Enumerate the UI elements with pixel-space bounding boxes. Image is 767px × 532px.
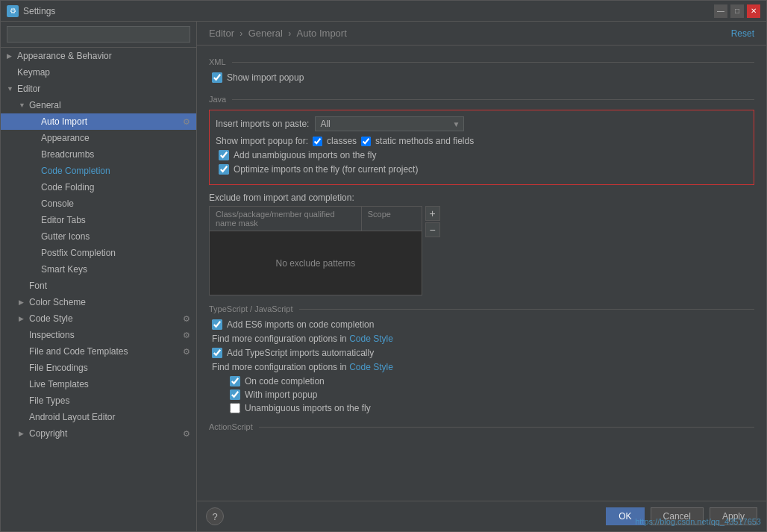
sidebar-item-live-templates[interactable]: Live Templates	[1, 376, 196, 392]
arrow-icon: ▶	[7, 52, 14, 60]
xml-section-header: XML	[209, 57, 754, 66]
sidebar-item-general[interactable]: ▼ General	[1, 97, 196, 113]
watermark: https://blog.csdn.net/qq_43517653	[635, 517, 761, 526]
sidebar-item-color-scheme[interactable]: ▶ Color Scheme	[1, 294, 196, 310]
sidebar-item-auto-import[interactable]: Auto Import ⚙	[1, 113, 196, 130]
typescript-section-header: TypeScript / JavaScript	[209, 304, 754, 313]
sidebar-item-label: Live Templates	[29, 379, 89, 389]
sidebar-item-label: Android Layout Editor	[29, 412, 115, 422]
sidebar-item-font[interactable]: Font	[1, 278, 196, 294]
arrow-icon	[31, 249, 38, 257]
help-button[interactable]: ?	[206, 507, 224, 525]
insert-imports-select[interactable]: All Ask None	[315, 116, 464, 131]
search-input[interactable]	[7, 26, 190, 43]
sidebar-item-label: File Types	[29, 395, 69, 406]
sidebar-item-gutter-icons[interactable]: Gutter Icons	[1, 228, 196, 245]
on-code-completion-label: On code completion	[245, 376, 325, 387]
sidebar-item-label: Appearance & Behavior	[17, 51, 112, 61]
sidebar-item-code-folding[interactable]: Code Folding	[1, 179, 196, 195]
sidebar-item-android-layout-editor[interactable]: Android Layout Editor	[1, 409, 196, 425]
arrow-icon	[19, 397, 26, 404]
sidebar-item-code-completion[interactable]: Code Completion	[1, 163, 196, 179]
static-methods-label: static methods and fields	[375, 136, 474, 146]
sidebar-item-keymap[interactable]: Keymap	[1, 64, 196, 81]
sidebar-item-smart-keys[interactable]: Smart Keys	[1, 261, 196, 278]
add-unambiguous-checkbox[interactable]	[219, 150, 229, 160]
add-es6-label: Add ES6 imports on code completion	[227, 319, 374, 330]
add-es6-row: Add ES6 imports on code completion	[209, 319, 754, 330]
find-more-config-1: Find more configuration options in Code …	[209, 334, 754, 344]
find-more-ts2-label: Find more configuration options in	[212, 362, 347, 372]
static-methods-checkbox[interactable]	[361, 137, 371, 146]
sidebar-item-console[interactable]: Console	[1, 195, 196, 212]
sidebar-item-label: Copyright	[29, 428, 67, 439]
sidebar-item-label: Gutter Icons	[41, 231, 90, 242]
unambiguous-imports-row: Unambiguous imports on the fly	[209, 403, 754, 413]
insert-imports-label: Insert imports on paste:	[216, 119, 309, 129]
sidebar-item-postfix-completion[interactable]: Postfix Completion	[1, 245, 196, 261]
add-typescript-checkbox[interactable]	[212, 348, 222, 358]
sidebar-item-breadcrumbs[interactable]: Breadcrumbs	[1, 146, 196, 163]
sidebar-item-file-code-templates[interactable]: File and Code Templates ⚙	[1, 343, 196, 360]
breadcrumb-part-1: Editor	[209, 28, 234, 39]
show-import-popup-for-label: Show import popup for:	[216, 136, 308, 146]
gear-icon: ⚙	[183, 429, 190, 439]
add-es6-checkbox[interactable]	[212, 319, 222, 330]
classes-checkbox[interactable]	[313, 137, 322, 146]
sidebar-item-label: Smart Keys	[41, 264, 87, 275]
table-with-controls: Class/package/member qualified name mask…	[209, 206, 754, 295]
sidebar-item-file-types[interactable]: File Types	[1, 392, 196, 409]
exclude-col-scope: Scope	[362, 207, 422, 231]
sidebar-item-appearance-behavior[interactable]: ▶ Appearance & Behavior	[1, 48, 196, 64]
unambiguous-imports-label: Unambiguous imports on the fly	[245, 403, 371, 413]
on-code-completion-row: On code completion	[209, 376, 754, 387]
sidebar-item-code-style[interactable]: ▶ Code Style ⚙	[1, 310, 196, 327]
right-panel: Editor › General › Auto Import Reset XML	[197, 22, 766, 531]
sidebar-item-editor-tabs[interactable]: Editor Tabs	[1, 212, 196, 228]
sidebar-item-appearance[interactable]: Appearance	[1, 130, 196, 146]
unambiguous-imports-checkbox[interactable]	[230, 403, 240, 413]
sidebar-item-file-encodings[interactable]: File Encodings	[1, 360, 196, 376]
arrow-icon	[31, 216, 38, 224]
typescript-section: TypeScript / JavaScript Add ES6 imports …	[209, 304, 754, 413]
close-button[interactable]: ✕	[747, 4, 760, 18]
search-wrapper: 🔍	[7, 26, 190, 43]
code-style-link-2[interactable]: Code Style	[349, 362, 393, 372]
sidebar-item-inspections[interactable]: Inspections ⚙	[1, 327, 196, 343]
sidebar-item-label: Editor	[17, 84, 40, 94]
arrow-icon	[19, 282, 26, 290]
show-import-popup-label: Show import popup	[227, 72, 304, 83]
add-unambiguous-row: Add unambiguous imports on the fly	[216, 150, 748, 160]
code-style-link-1[interactable]: Code Style	[349, 334, 393, 344]
sidebar-item-label: Postfix Completion	[41, 248, 116, 258]
minimize-button[interactable]: —	[714, 4, 727, 18]
java-section-label: Java	[209, 95, 226, 104]
arrow-icon	[31, 266, 38, 273]
sidebar-item-label: Font	[29, 281, 47, 291]
no-patterns-label: No exclude patterns	[275, 258, 355, 269]
exclude-col-name: Class/package/member qualified name mask	[210, 207, 362, 231]
sidebar-item-copyright[interactable]: ▶ Copyright ⚙	[1, 425, 196, 442]
add-pattern-button[interactable]: +	[425, 206, 440, 221]
reset-link[interactable]: Reset	[731, 28, 754, 39]
breadcrumb-bar: Editor › General › Auto Import Reset	[197, 22, 766, 46]
sidebar-item-label: Editor Tabs	[41, 215, 86, 225]
show-import-popup-checkbox[interactable]	[212, 72, 222, 83]
content-area: XML Show import popup Java In	[197, 46, 766, 501]
remove-pattern-button[interactable]: −	[425, 222, 440, 237]
on-code-completion-checkbox[interactable]	[230, 376, 240, 387]
sidebar-item-editor[interactable]: ▼ Editor	[1, 81, 196, 97]
java-section-header: Java	[209, 95, 754, 104]
arrow-icon: ▼	[7, 85, 14, 93]
with-import-popup-checkbox[interactable]	[230, 389, 240, 400]
arrow-icon	[31, 233, 38, 240]
show-import-popup-row: Show import popup	[209, 72, 754, 83]
typescript-section-label: TypeScript / JavaScript	[209, 304, 293, 313]
breadcrumb-part-3: Auto Import	[297, 28, 347, 39]
sidebar-tree: ▶ Appearance & Behavior Keymap ▼ Editor …	[1, 48, 196, 531]
optimize-imports-checkbox[interactable]	[219, 164, 229, 175]
insert-imports-select-wrapper: All Ask None ▼	[315, 116, 464, 131]
maximize-button[interactable]: □	[730, 4, 744, 18]
sidebar-item-label: Auto Import	[41, 116, 87, 127]
arrow-icon	[19, 348, 26, 355]
